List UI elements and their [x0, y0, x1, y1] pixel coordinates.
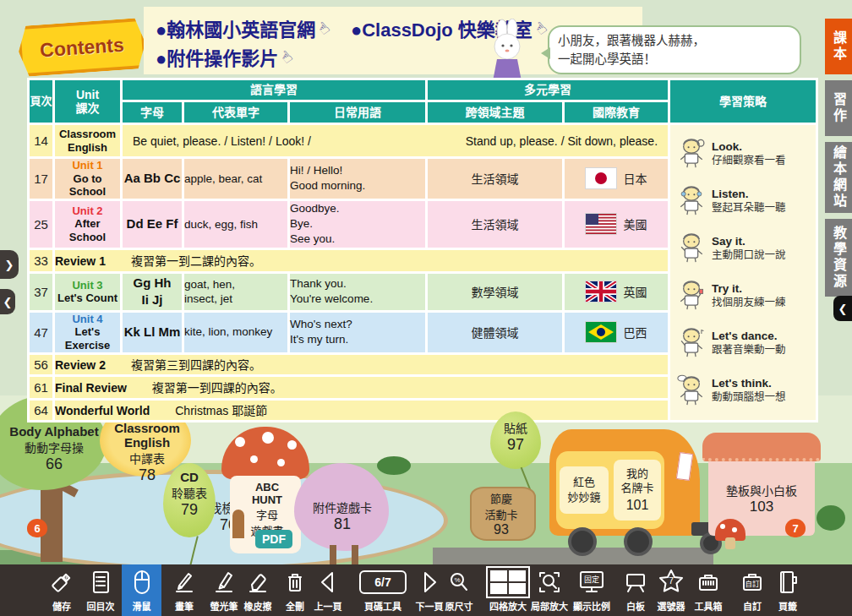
link-official-site-label: ●翰林國小英語官網: [156, 14, 315, 41]
back-to-contents-button[interactable]: 回目次: [77, 564, 124, 616]
row37-letters-line2: Ii Jj: [123, 292, 182, 308]
scene-item-body-alphabet[interactable]: Body Alphabet 動動字母操 66: [7, 424, 101, 473]
strategy-dance: Let's dance.跟著音樂動一動: [677, 326, 812, 360]
page-number-badge-left: 6: [27, 519, 47, 537]
strategy-think: Let's think.動動頭腦想一想: [677, 374, 812, 408]
ebook-page: Contents ●翰林國小英語官網 ☝ ●ClassDojo 快樂教室 ☝ ●…: [0, 0, 852, 616]
body-alphabet-en: Body Alphabet: [7, 424, 101, 439]
row37-page: 37: [29, 272, 54, 311]
mouse-icon: [128, 564, 156, 599]
tab-picturebook-site[interactable]: 繪本網站: [825, 142, 852, 213]
original-size-button[interactable]: % 原尺寸: [435, 564, 483, 616]
pdf-button[interactable]: PDF: [255, 530, 292, 548]
scene-item-red-mirror[interactable]: 紅色 妙妙鏡: [560, 466, 609, 514]
edge-flip-forward-button[interactable]: ❯: [0, 250, 19, 279]
tab-workbook[interactable]: 習作: [825, 80, 852, 136]
festival-page: 93: [470, 522, 532, 537]
row14-unit: Classroom English: [54, 124, 122, 158]
pink-house-roof: [702, 433, 821, 461]
row17-phrase1: Hi! / Hello!: [290, 163, 425, 178]
sidebar-collapse-button[interactable]: ❮: [833, 296, 852, 321]
delete-all-label: 全刪: [286, 599, 304, 613]
col-header-intl-edu: 國際教育: [564, 101, 669, 124]
contents-badge: Contents: [17, 18, 147, 77]
zoom-percent-icon: %: [445, 564, 473, 599]
toolbox-button[interactable]: 工具箱: [685, 564, 732, 616]
red-mirror-zh2: 妙妙鏡: [567, 490, 600, 505]
chevron-left-icon: ❮: [3, 296, 13, 308]
strategy-listen: Listen.豎起耳朵聽一聽: [677, 184, 812, 218]
name-tag-page: 101: [626, 496, 649, 515]
row56-content: Review 2複習第三到四課的內容。: [54, 353, 669, 375]
row56-page: 56: [29, 353, 54, 375]
row37-letters-line1: Gg Hh: [123, 275, 182, 292]
four-grid-icon: [486, 564, 530, 599]
row37-country-label: 英國: [624, 283, 647, 300]
strategy-tryit-zh: 找個朋友練一練: [712, 297, 786, 310]
scene-item-stickers[interactable]: 貼紙 97: [490, 419, 541, 454]
row47-country: 巴西: [564, 311, 669, 353]
row25-phrase2: Bye.: [290, 216, 425, 232]
scene-item-name-tag[interactable]: 我的 名牌卡 101: [614, 460, 661, 521]
bubble-line2: 一起開心學英語！: [558, 50, 791, 68]
row47-unit-tag: Unit 4: [55, 313, 120, 326]
whiteboard-label: 白板: [626, 599, 645, 613]
row37-theme: 數學領域: [427, 272, 564, 311]
row37-letters: Gg Hh Ii Jj: [122, 272, 183, 311]
area-zoom-button[interactable]: 局部放大: [526, 564, 573, 616]
strategy-think-en: Let's think.: [712, 377, 786, 391]
row64-content: Wonderful WorldChristmas 耶誕節: [54, 399, 669, 421]
page-tab-button[interactable]: 頁籤: [764, 564, 811, 616]
custom-case-icon: 自訂: [738, 564, 767, 599]
edge-flip-back-button[interactable]: ❮: [0, 289, 15, 314]
link-official-site[interactable]: ●翰林國小英語官網 ☝: [156, 14, 329, 41]
scene-item-cd-list[interactable]: CD 聆聽表 79: [162, 470, 216, 519]
page-tool-button[interactable]: 6/7 頁碼工具: [354, 564, 412, 616]
row14-left-phrases: Be quiet, please. / Listen! / Look! /: [133, 134, 311, 148]
robot-look-icon: [677, 137, 706, 171]
scene-item-game-cards[interactable]: 附件遊戲卡 81: [303, 499, 382, 533]
japan-flag-icon: [586, 168, 616, 188]
row47-page: 47: [29, 311, 54, 353]
row33-content: Review 1複習第一到二課的內容。: [54, 248, 669, 272]
row17-words: apple, bear, cat: [183, 158, 289, 200]
link-attachment-video[interactable]: ●附件操作影片 ☝: [156, 43, 292, 70]
tab-teaching-resources[interactable]: 教學資源: [825, 219, 852, 297]
row37-words: goat, hen, insect, jet: [183, 272, 289, 311]
robot-think-icon: [677, 374, 706, 408]
game-cards-zh: 附件遊戲卡: [303, 499, 382, 515]
chevron-left-icon: ❮: [838, 303, 848, 315]
robot-listen-icon: [677, 184, 706, 218]
red-mirror-zh1: 紅色: [573, 475, 595, 490]
row37-phrase1: Thank you.: [290, 276, 425, 292]
page-tab-label: 頁籤: [778, 599, 797, 613]
strategy-listen-en: Listen.: [712, 188, 786, 202]
row17-country: 日本: [564, 158, 669, 200]
row17-unit-tag: Unit 1: [55, 159, 120, 172]
mascot-speech-bubble: 小朋友，跟著機器人赫赫， 一起開心學英語！: [548, 25, 801, 74]
row47-theme: 健體領域: [427, 311, 564, 353]
mouse-tool-button[interactable]: 滑鼠: [122, 564, 161, 616]
zoom-area-icon: [535, 564, 564, 599]
festival-zh1: 節慶: [470, 490, 532, 506]
uk-flag-icon: [586, 281, 616, 302]
toolbox-label: 工具箱: [695, 599, 723, 613]
caravan-wheel: [568, 527, 597, 556]
whiteboard-icon: [621, 564, 650, 599]
strategy-look: Look.仔細觀察看一看: [677, 137, 812, 171]
strategy-panel: Look.仔細觀察看一看 Listen.豎起耳朵聽一聽 Say it.主動開口說…: [669, 124, 817, 422]
row61-content: Final Review複習第一到四課的內容。: [54, 375, 669, 399]
strategy-sayit-en: Say it.: [712, 235, 786, 249]
star-number-icon: 7: [656, 564, 686, 599]
row37-unit-name: Let's Count: [55, 292, 120, 305]
row47-unit: Unit 4 Let's Exercise: [54, 311, 122, 353]
tab-textbook[interactable]: 課本: [825, 19, 852, 74]
row14-content: Be quiet, please. / Listen! / Look! / St…: [122, 124, 669, 158]
previous-page-button[interactable]: 上一頁: [304, 564, 352, 616]
abc-hunt-house[interactable]: ABC HUNT 字母 遊戲書 PDF: [221, 427, 309, 553]
brazil-flag-icon: [586, 322, 616, 342]
scene-item-festival-cards[interactable]: 節慶 活動卡 93: [470, 490, 532, 537]
display-ratio-button[interactable]: 固定 顯示比例: [568, 564, 615, 616]
page-indicator[interactable]: 6/7: [359, 570, 406, 594]
abc-hunt-en: ABC HUNT: [242, 481, 292, 506]
